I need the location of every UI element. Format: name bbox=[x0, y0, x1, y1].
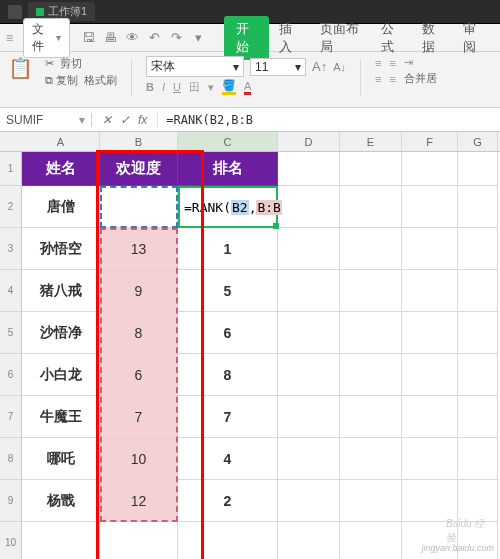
align-center-icon[interactable]: ≡ bbox=[390, 57, 396, 69]
column-header-e[interactable]: E bbox=[340, 132, 402, 151]
cell[interactable] bbox=[458, 354, 498, 396]
cell[interactable] bbox=[278, 228, 340, 270]
column-header-d[interactable]: D bbox=[278, 132, 340, 151]
border-button[interactable]: 田 bbox=[189, 80, 200, 95]
cell[interactable] bbox=[340, 438, 402, 480]
cell[interactable] bbox=[402, 228, 458, 270]
italic-button[interactable]: I bbox=[162, 81, 165, 93]
cell[interactable] bbox=[340, 152, 402, 186]
cell-name[interactable]: 杨戬 bbox=[22, 480, 100, 522]
header-popularity[interactable]: 欢迎度 bbox=[100, 152, 178, 186]
cell-name[interactable]: 哪吒 bbox=[22, 438, 100, 480]
cell[interactable] bbox=[402, 480, 458, 522]
paste-icon[interactable]: 📋 bbox=[8, 56, 33, 80]
redo-icon[interactable]: ↷ bbox=[168, 30, 184, 46]
cell-rank[interactable]: 8 bbox=[178, 354, 278, 396]
column-header-g[interactable]: G bbox=[458, 132, 498, 151]
fill-handle[interactable] bbox=[273, 223, 279, 229]
menu-dots-icon[interactable]: ≡ bbox=[6, 31, 13, 45]
cell[interactable] bbox=[402, 312, 458, 354]
confirm-icon[interactable]: ✓ bbox=[120, 113, 130, 127]
cell[interactable] bbox=[402, 396, 458, 438]
copy-button[interactable]: ⧉ 复制 bbox=[45, 73, 78, 88]
undo-icon[interactable]: ↶ bbox=[146, 30, 162, 46]
cell[interactable] bbox=[178, 522, 278, 559]
cell[interactable] bbox=[278, 152, 340, 186]
cell[interactable] bbox=[278, 186, 340, 228]
align-bottom-icon[interactable]: ≡ bbox=[375, 73, 381, 85]
underline-button[interactable]: U bbox=[173, 81, 181, 93]
row-number[interactable]: 9 bbox=[0, 480, 22, 522]
cell[interactable] bbox=[278, 522, 340, 559]
cell-name[interactable]: 猪八戒 bbox=[22, 270, 100, 312]
row-number[interactable]: 4 bbox=[0, 270, 22, 312]
font-color-button[interactable]: A bbox=[244, 80, 251, 95]
cell-rank[interactable]: 4 bbox=[178, 438, 278, 480]
cell-rank[interactable]: 7 bbox=[178, 396, 278, 438]
active-cell-editor[interactable]: =RANK(B2,B:B bbox=[178, 186, 278, 228]
column-header-f[interactable]: F bbox=[402, 132, 458, 151]
merge-button[interactable]: 合并居 bbox=[404, 71, 437, 86]
cell[interactable] bbox=[340, 228, 402, 270]
row-number[interactable]: 8 bbox=[0, 438, 22, 480]
font-size-select[interactable]: 11 ▾ bbox=[250, 58, 306, 76]
cell-name[interactable]: 唐僧 bbox=[22, 186, 100, 228]
cell[interactable] bbox=[340, 480, 402, 522]
formula-input[interactable]: =RANK(B2,B:B bbox=[158, 113, 261, 127]
cell[interactable] bbox=[340, 186, 402, 228]
tab-page-layout[interactable]: 页面布局 bbox=[310, 16, 372, 60]
cell[interactable] bbox=[278, 354, 340, 396]
cell[interactable] bbox=[458, 312, 498, 354]
cell-name[interactable]: 牛魔王 bbox=[22, 396, 100, 438]
fx-icon[interactable]: fx bbox=[138, 113, 147, 127]
row-number[interactable]: 2 bbox=[0, 186, 22, 228]
cell[interactable] bbox=[278, 480, 340, 522]
cell[interactable] bbox=[458, 396, 498, 438]
bold-button[interactable]: B bbox=[146, 81, 154, 93]
file-menu[interactable]: 文件 ▾ bbox=[23, 18, 70, 58]
cut-button[interactable]: ✂ 剪切 bbox=[45, 56, 117, 71]
row-number[interactable]: 7 bbox=[0, 396, 22, 438]
cell[interactable] bbox=[458, 228, 498, 270]
cell-name[interactable]: 孙悟空 bbox=[22, 228, 100, 270]
save-icon[interactable]: 🖫 bbox=[80, 30, 96, 46]
tab-insert[interactable]: 插入 bbox=[269, 16, 310, 60]
format-painter-button[interactable]: 格式刷 bbox=[84, 73, 117, 88]
cell-rank[interactable]: 2 bbox=[178, 480, 278, 522]
cell-name[interactable]: 沙悟净 bbox=[22, 312, 100, 354]
cell[interactable] bbox=[340, 522, 402, 559]
tab-formula[interactable]: 公式 bbox=[371, 16, 412, 60]
print-icon[interactable]: 🖶 bbox=[102, 30, 118, 46]
name-box[interactable]: SUMIF ▾ bbox=[0, 113, 92, 127]
row-number[interactable]: 5 bbox=[0, 312, 22, 354]
cell[interactable] bbox=[278, 270, 340, 312]
cell[interactable] bbox=[458, 480, 498, 522]
cell[interactable] bbox=[458, 270, 498, 312]
fill-color-button[interactable]: 🪣 bbox=[222, 79, 236, 95]
row-number[interactable]: 10 bbox=[0, 522, 22, 559]
cell[interactable] bbox=[340, 396, 402, 438]
cell[interactable] bbox=[278, 438, 340, 480]
align-middle-icon[interactable]: ≡ bbox=[390, 73, 396, 85]
cell[interactable] bbox=[340, 354, 402, 396]
indent-icon[interactable]: ⇥ bbox=[404, 56, 413, 69]
spreadsheet-grid[interactable]: A B C D E F G 1 姓名 欢迎度 排名 2唐僧3孙悟空1314猪八戒… bbox=[0, 132, 500, 559]
align-left-icon[interactable]: ≡ bbox=[375, 57, 381, 69]
cell[interactable] bbox=[402, 152, 458, 186]
chevron-down-icon[interactable]: ▾ bbox=[208, 81, 214, 94]
cell-name[interactable]: 小白龙 bbox=[22, 354, 100, 396]
row-number[interactable]: 3 bbox=[0, 228, 22, 270]
column-header-c[interactable]: C bbox=[178, 132, 278, 151]
cell[interactable] bbox=[278, 396, 340, 438]
cell[interactable] bbox=[402, 186, 458, 228]
cell[interactable] bbox=[402, 354, 458, 396]
cell[interactable] bbox=[100, 522, 178, 559]
select-all-corner[interactable] bbox=[0, 132, 22, 151]
cell[interactable] bbox=[402, 270, 458, 312]
cell[interactable] bbox=[458, 438, 498, 480]
cell[interactable] bbox=[340, 312, 402, 354]
decrease-font-icon[interactable]: A↓ bbox=[333, 61, 346, 73]
increase-font-icon[interactable]: A↑ bbox=[312, 59, 327, 74]
cell-rank[interactable]: 6 bbox=[178, 312, 278, 354]
cell[interactable] bbox=[278, 312, 340, 354]
